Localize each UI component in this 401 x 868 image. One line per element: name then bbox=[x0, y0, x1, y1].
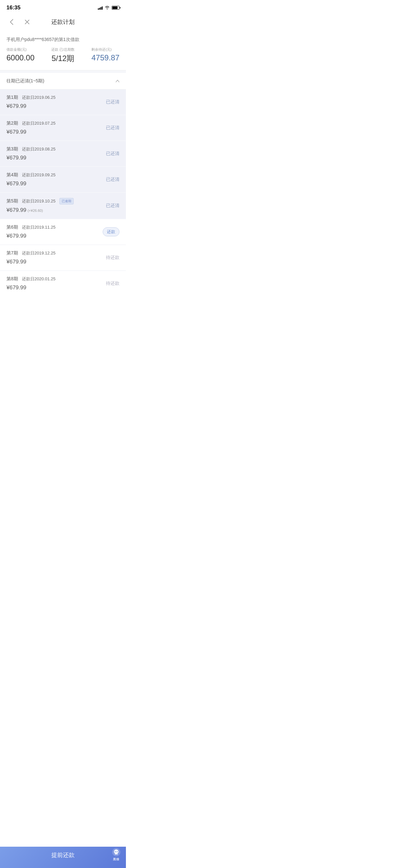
payment-status-paid: 已还清 bbox=[106, 203, 120, 209]
period-label: 第4期 bbox=[6, 172, 18, 178]
payment-amount: ¥679.99 bbox=[6, 284, 120, 291]
date-label: 还款日2019.11.25 bbox=[22, 224, 56, 230]
payment-status-paid: 已还清 bbox=[106, 177, 120, 182]
payment-item-header: 第1期还款日2019.06.25 bbox=[6, 95, 120, 100]
payment-amount: ¥679.99 bbox=[6, 155, 120, 161]
stat-loan-amount: 借款金额(元) 6000.00 bbox=[6, 47, 35, 64]
summary-section: 手机用户pdu8****63657的第1次借款 借款金额(元) 6000.00 … bbox=[0, 32, 126, 70]
wifi-icon bbox=[104, 5, 110, 10]
payment-item: 第5期还款日2019.10.25已逾期¥679.99(+¥26.60)已还清 bbox=[0, 193, 126, 219]
payment-item: 第1期还款日2019.06.25¥679.99已还清 bbox=[0, 89, 126, 115]
payment-amount: ¥679.99 bbox=[6, 259, 120, 265]
period-value: 5/12期 bbox=[51, 53, 74, 64]
payment-item-header: 第8期还款日2020.01.25 bbox=[6, 276, 120, 282]
payment-item-header: 第7期还款日2019.12.25 bbox=[6, 250, 120, 256]
payment-status-pending: 待还款 bbox=[106, 281, 120, 286]
date-label: 还款日2019.12.25 bbox=[22, 250, 56, 256]
payment-item: 第8期还款日2020.01.25¥679.99待还款 bbox=[0, 271, 126, 296]
payment-amount: ¥679.99 bbox=[6, 103, 120, 110]
payment-amount: ¥679.99 bbox=[6, 233, 120, 239]
section-header-title: 往期已还清(1~5期) bbox=[6, 78, 44, 84]
date-label: 还款日2019.08.25 bbox=[22, 146, 56, 152]
period-label: 还款 已/总期数 bbox=[51, 47, 74, 52]
loan-amount-label: 借款金额(元) bbox=[6, 47, 35, 52]
repay-button[interactable]: 还款 bbox=[103, 227, 120, 237]
close-button[interactable] bbox=[22, 17, 32, 27]
back-button[interactable] bbox=[6, 17, 17, 27]
payment-item-header: 第6期还款日2019.11.25 bbox=[6, 224, 120, 230]
payment-item-header: 第5期还款日2019.10.25已逾期 bbox=[6, 198, 120, 205]
payment-item-header: 第2期还款日2019.07.25 bbox=[6, 120, 120, 126]
summary-stats: 借款金额(元) 6000.00 还款 已/总期数 5/12期 剩余待还(元) 4… bbox=[6, 47, 120, 64]
battery-icon bbox=[112, 6, 120, 10]
payment-item-header: 第4期还款日2019.09.25 bbox=[6, 172, 120, 178]
payment-amount: ¥679.99 bbox=[6, 129, 120, 135]
status-bar: 16:35 bbox=[0, 0, 126, 13]
period-label: 第2期 bbox=[6, 120, 18, 126]
stat-remaining: 剩余待还(元) 4759.87 bbox=[91, 47, 120, 64]
remaining-value: 4759.87 bbox=[91, 53, 120, 62]
section-header[interactable]: 往期已还清(1~5期) bbox=[0, 73, 126, 89]
payment-item: 第2期还款日2019.07.25¥679.99已还清 bbox=[0, 115, 126, 141]
period-label: 第8期 bbox=[6, 276, 18, 282]
divider bbox=[0, 70, 126, 73]
status-icons bbox=[98, 5, 120, 10]
payment-amount: ¥679.99 bbox=[6, 181, 120, 187]
loan-amount-value: 6000.00 bbox=[6, 53, 35, 62]
nav-bar: 还款计划 bbox=[0, 13, 126, 32]
payment-item-header: 第3期还款日2019.08.25 bbox=[6, 146, 120, 152]
signal-icon bbox=[98, 6, 103, 10]
date-label: 还款日2019.07.25 bbox=[22, 120, 56, 126]
payment-item: 第4期还款日2019.09.25¥679.99已还清 bbox=[0, 167, 126, 192]
payment-status-pending: 待还款 bbox=[106, 255, 120, 260]
overdue-badge: 已逾期 bbox=[59, 198, 73, 205]
payment-status-paid: 已还清 bbox=[106, 99, 120, 105]
payment-status-paid: 已还清 bbox=[106, 151, 120, 157]
date-label: 还款日2019.06.25 bbox=[22, 95, 56, 100]
payment-amount: ¥679.99(+¥26.60) bbox=[6, 207, 120, 213]
bottom-spacer bbox=[0, 297, 126, 326]
period-label: 第1期 bbox=[6, 95, 18, 100]
date-label: 还款日2019.09.25 bbox=[22, 172, 56, 178]
payment-item: 第6期还款日2019.11.25¥679.99还款 bbox=[0, 219, 126, 244]
stat-period: 还款 已/总期数 5/12期 bbox=[51, 47, 74, 64]
period-label: 第3期 bbox=[6, 146, 18, 152]
payment-item: 第7期还款日2019.12.25¥679.99待还款 bbox=[0, 245, 126, 270]
date-label: 还款日2019.10.25 bbox=[22, 198, 56, 204]
period-label: 第6期 bbox=[6, 224, 18, 230]
chevron-up-icon bbox=[116, 79, 120, 83]
remaining-label: 剩余待还(元) bbox=[91, 47, 120, 52]
page-title: 还款计划 bbox=[51, 18, 74, 26]
status-time: 16:35 bbox=[6, 4, 20, 11]
user-info: 手机用户pdu8****63657的第1次借款 bbox=[6, 37, 120, 42]
payment-status-paid: 已还清 bbox=[106, 125, 120, 131]
nav-actions bbox=[6, 17, 32, 27]
period-label: 第7期 bbox=[6, 250, 18, 256]
extra-amount: (+¥26.60) bbox=[27, 209, 42, 213]
payment-list: 第1期还款日2019.06.25¥679.99已还清第2期还款日2019.07.… bbox=[0, 89, 126, 296]
period-label: 第5期 bbox=[6, 198, 18, 204]
date-label: 还款日2020.01.25 bbox=[22, 276, 56, 282]
payment-item: 第3期还款日2019.08.25¥679.99已还清 bbox=[0, 141, 126, 166]
